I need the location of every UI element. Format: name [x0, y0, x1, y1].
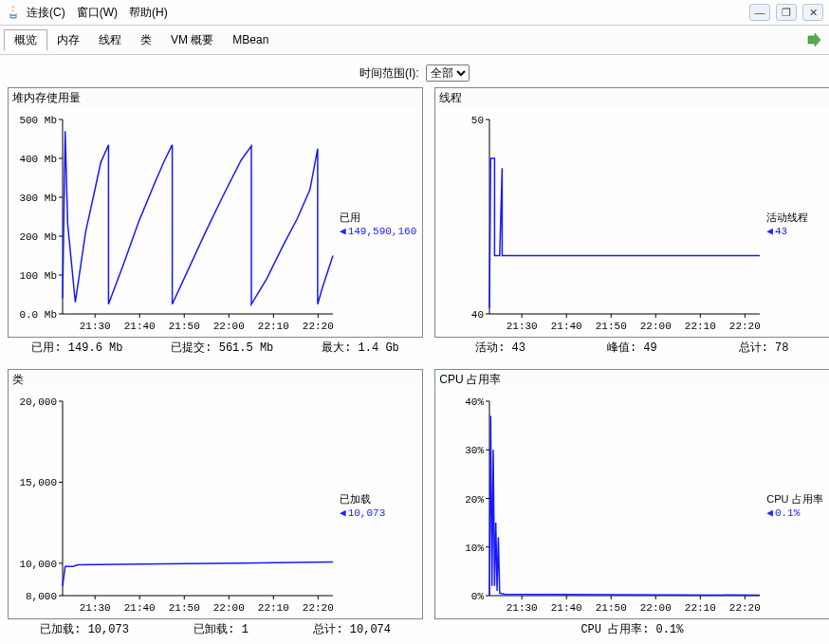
chart-panel-0: 堆内存使用量0.0 Mb100 Mb200 Mb300 Mb400 Mb500 …	[8, 87, 423, 338]
chart-title: CPU 占用率	[435, 370, 828, 390]
stat-pair: 活动: 43	[475, 340, 525, 356]
svg-text:0.0 Mb: 0.0 Mb	[19, 309, 57, 321]
time-range-row: 时间范围(I): 全部	[0, 55, 829, 87]
stat-pair: 总计: 78	[739, 340, 789, 356]
svg-text:22:20: 22:20	[303, 602, 334, 614]
svg-text:22:10: 22:10	[258, 602, 289, 614]
stat-pair: 已卸载: 1	[193, 621, 249, 637]
chart-stats: 已加载: 10,073已卸载: 1总计: 10,074	[8, 619, 423, 639]
time-range-label: 时间范围(I):	[359, 66, 419, 80]
svg-text:8,000: 8,000	[26, 591, 57, 602]
chart-legend: 已用◀149,590,160	[340, 112, 416, 335]
svg-text:200 Mb: 200 Mb	[19, 231, 57, 243]
svg-text:21:50: 21:50	[169, 602, 200, 614]
chart-title: 堆内存使用量	[9, 88, 422, 108]
stat-pair: CPU 占用率: 0.1%	[580, 621, 683, 637]
chart-grid: 堆内存使用量0.0 Mb100 Mb200 Mb300 Mb400 Mb500 …	[0, 87, 829, 639]
chart-legend: 活动线程◀43	[766, 112, 808, 335]
chart-title: 线程	[435, 88, 828, 108]
svg-text:22:20: 22:20	[303, 321, 334, 332]
svg-text:22:00: 22:00	[213, 321, 245, 332]
menu-connection[interactable]: 连接(C)	[27, 5, 65, 21]
java-icon	[6, 5, 21, 20]
svg-text:20,000: 20,000	[19, 396, 57, 408]
time-range-select[interactable]: 全部	[426, 64, 470, 82]
svg-text:21:30: 21:30	[507, 321, 538, 332]
connection-status-icon	[806, 32, 821, 47]
svg-text:22:00: 22:00	[640, 321, 672, 332]
svg-text:21:50: 21:50	[596, 602, 627, 614]
svg-text:30%: 30%	[465, 445, 484, 456]
svg-text:400 Mb: 400 Mb	[19, 154, 57, 165]
svg-text:21:50: 21:50	[596, 321, 627, 332]
svg-text:22:10: 22:10	[685, 602, 716, 614]
svg-text:22:10: 22:10	[685, 321, 716, 332]
chart-panel-1: 线程405021:3021:4021:5022:0022:1022:20活动线程…	[434, 87, 829, 338]
svg-text:22:00: 22:00	[640, 602, 672, 614]
stat-pair: 已提交: 561.5 Mb	[171, 340, 273, 356]
svg-text:21:40: 21:40	[551, 321, 582, 332]
svg-text:10,000: 10,000	[19, 559, 57, 570]
maximize-button[interactable]: ❐	[776, 4, 797, 21]
menu-help[interactable]: 帮助(H)	[129, 5, 168, 21]
svg-text:21:40: 21:40	[551, 602, 582, 614]
tabbar: 概览 内存 线程 类 VM 概要 MBean	[0, 26, 829, 55]
svg-text:22:20: 22:20	[729, 321, 761, 332]
stat-pair: 已用: 149.6 Mb	[31, 340, 122, 356]
svg-text:21:50: 21:50	[169, 321, 200, 332]
tab-vmsummary[interactable]: VM 概要	[161, 30, 223, 50]
svg-text:22:20: 22:20	[729, 602, 761, 614]
minimize-button[interactable]: —	[749, 4, 770, 21]
svg-text:10%: 10%	[465, 543, 484, 554]
chart-legend: CPU 占用率◀0.1%	[766, 394, 822, 616]
svg-text:21:30: 21:30	[80, 321, 111, 332]
svg-text:40: 40	[471, 309, 484, 321]
tab-memory[interactable]: 内存	[47, 30, 89, 50]
tab-classes[interactable]: 类	[131, 30, 161, 50]
chart-panel-2: 类8,00010,00015,00020,00021:3021:4021:502…	[8, 369, 423, 619]
chart-stats: CPU 占用率: 0.1%	[434, 619, 829, 639]
svg-text:20%: 20%	[465, 494, 484, 506]
chart-svg: 0%10%20%30%40%21:3021:4021:5022:0022:102…	[437, 394, 765, 616]
svg-text:21:40: 21:40	[124, 602, 156, 614]
menubar: 连接(C) 窗口(W) 帮助(H) — ❐ ✕	[0, 0, 829, 26]
svg-text:15,000: 15,000	[19, 477, 57, 488]
svg-text:50: 50	[471, 115, 484, 126]
svg-text:0%: 0%	[471, 591, 485, 602]
chart-panel-3: CPU 占用率0%10%20%30%40%21:3021:4021:5022:0…	[434, 369, 829, 619]
chart-svg: 0.0 Mb100 Mb200 Mb300 Mb400 Mb500 Mb21:3…	[10, 112, 338, 335]
stat-pair: 峰值: 49	[607, 340, 657, 356]
svg-text:40%: 40%	[465, 396, 484, 408]
chart-svg: 405021:3021:4021:5022:0022:1022:20	[437, 112, 765, 335]
tab-threads[interactable]: 线程	[89, 30, 131, 50]
tab-overview[interactable]: 概览	[4, 29, 47, 50]
tab-mbean[interactable]: MBean	[223, 31, 278, 48]
chart-stats: 活动: 43峰值: 49总计: 78	[434, 338, 829, 358]
stat-pair: 最大: 1.4 Gb	[322, 340, 399, 356]
chart-stats: 已用: 149.6 Mb已提交: 561.5 Mb最大: 1.4 Gb	[8, 338, 423, 358]
svg-text:22:00: 22:00	[213, 602, 245, 614]
svg-text:300 Mb: 300 Mb	[19, 193, 57, 204]
menu-window[interactable]: 窗口(W)	[77, 5, 118, 21]
stat-pair: 总计: 10,074	[313, 621, 391, 637]
close-button[interactable]: ✕	[802, 4, 823, 21]
svg-text:22:10: 22:10	[258, 321, 289, 332]
svg-text:21:40: 21:40	[124, 321, 156, 332]
chart-svg: 8,00010,00015,00020,00021:3021:4021:5022…	[10, 394, 338, 616]
svg-text:500 Mb: 500 Mb	[19, 115, 57, 126]
svg-text:21:30: 21:30	[80, 602, 111, 614]
stat-pair: 已加载: 10,073	[40, 621, 129, 637]
chart-legend: 已加载◀10,073	[340, 394, 385, 616]
chart-title: 类	[9, 370, 422, 390]
svg-text:100 Mb: 100 Mb	[19, 270, 57, 282]
svg-text:21:30: 21:30	[507, 602, 538, 614]
